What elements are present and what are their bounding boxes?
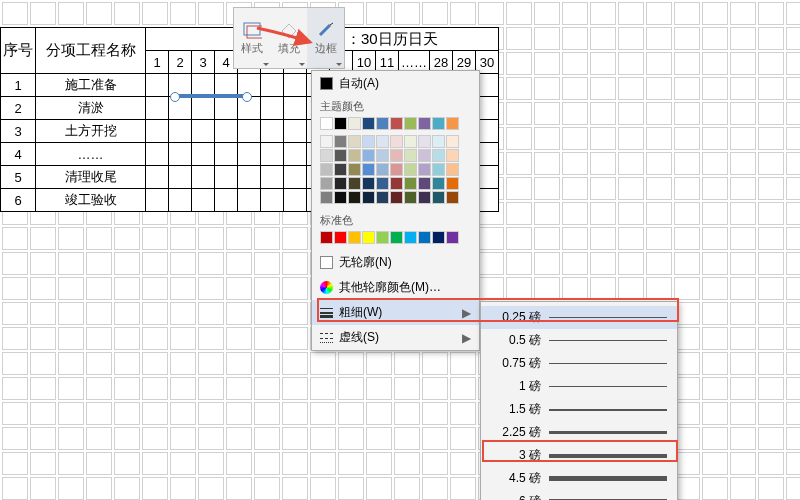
- color-swatch[interactable]: [446, 231, 459, 244]
- color-swatch[interactable]: [432, 191, 445, 204]
- cell[interactable]: [192, 97, 215, 120]
- weight-option[interactable]: 4.5 磅: [481, 467, 677, 490]
- color-swatch[interactable]: [390, 191, 403, 204]
- color-swatch[interactable]: [348, 149, 361, 162]
- color-swatch[interactable]: [320, 163, 333, 176]
- cell[interactable]: [215, 120, 238, 143]
- weight-option[interactable]: 0.75 磅: [481, 352, 677, 375]
- cell[interactable]: [192, 120, 215, 143]
- color-swatch[interactable]: [348, 231, 361, 244]
- cell[interactable]: [261, 143, 284, 166]
- cell[interactable]: [215, 189, 238, 212]
- color-swatch[interactable]: [376, 191, 389, 204]
- cell[interactable]: [284, 166, 307, 189]
- color-swatch[interactable]: [376, 135, 389, 148]
- cell[interactable]: [261, 74, 284, 97]
- weight-item[interactable]: 粗细(W) ▶: [312, 300, 479, 325]
- color-swatch[interactable]: [320, 149, 333, 162]
- color-swatch[interactable]: [418, 177, 431, 190]
- cell[interactable]: [169, 166, 192, 189]
- color-swatch[interactable]: [348, 191, 361, 204]
- cell[interactable]: [146, 143, 169, 166]
- color-swatch[interactable]: [446, 149, 459, 162]
- color-swatch[interactable]: [320, 231, 333, 244]
- cell[interactable]: [146, 166, 169, 189]
- cell[interactable]: [284, 120, 307, 143]
- color-swatch[interactable]: [404, 191, 417, 204]
- color-swatch[interactable]: [348, 163, 361, 176]
- color-swatch[interactable]: [362, 117, 375, 130]
- color-swatch[interactable]: [334, 149, 347, 162]
- color-swatch[interactable]: [418, 117, 431, 130]
- color-swatch[interactable]: [390, 149, 403, 162]
- color-swatch[interactable]: [390, 117, 403, 130]
- cell[interactable]: [261, 120, 284, 143]
- ribbon-border-button[interactable]: 边框: [307, 8, 344, 68]
- color-swatch[interactable]: [446, 177, 459, 190]
- color-swatch[interactable]: [390, 177, 403, 190]
- dash-item[interactable]: 虚线(S) ▶: [312, 325, 479, 350]
- color-swatch[interactable]: [390, 135, 403, 148]
- color-swatch[interactable]: [404, 163, 417, 176]
- cell[interactable]: [261, 166, 284, 189]
- color-swatch[interactable]: [334, 135, 347, 148]
- cell[interactable]: [215, 97, 238, 120]
- color-swatch[interactable]: [348, 177, 361, 190]
- color-swatch[interactable]: [376, 149, 389, 162]
- color-swatch[interactable]: [362, 149, 375, 162]
- cell[interactable]: [192, 143, 215, 166]
- color-swatch[interactable]: [446, 135, 459, 148]
- color-swatch[interactable]: [404, 231, 417, 244]
- ribbon-style-button[interactable]: 样式: [234, 8, 271, 68]
- color-swatch[interactable]: [404, 117, 417, 130]
- color-swatch[interactable]: [320, 117, 333, 130]
- cell[interactable]: [169, 143, 192, 166]
- more-colors-item[interactable]: 其他轮廓颜色(M)…: [312, 275, 479, 300]
- cell[interactable]: [284, 189, 307, 212]
- weight-option[interactable]: 3 磅: [481, 444, 677, 467]
- cell[interactable]: [215, 143, 238, 166]
- cell[interactable]: [192, 166, 215, 189]
- cell[interactable]: [261, 97, 284, 120]
- cell[interactable]: [146, 74, 169, 97]
- color-swatch[interactable]: [432, 163, 445, 176]
- color-swatch[interactable]: [404, 149, 417, 162]
- color-swatch[interactable]: [418, 191, 431, 204]
- color-swatch[interactable]: [362, 135, 375, 148]
- color-swatch[interactable]: [446, 163, 459, 176]
- color-swatch[interactable]: [334, 163, 347, 176]
- color-swatch[interactable]: [390, 163, 403, 176]
- cell[interactable]: [238, 143, 261, 166]
- color-swatch[interactable]: [390, 231, 403, 244]
- color-swatch[interactable]: [320, 135, 333, 148]
- color-swatch[interactable]: [320, 177, 333, 190]
- color-swatch[interactable]: [376, 177, 389, 190]
- color-swatch[interactable]: [348, 135, 361, 148]
- weight-option[interactable]: 0.25 磅: [481, 306, 677, 329]
- cell[interactable]: [169, 189, 192, 212]
- color-swatch[interactable]: [376, 231, 389, 244]
- cell[interactable]: [238, 120, 261, 143]
- color-swatch[interactable]: [362, 231, 375, 244]
- color-swatch[interactable]: [334, 231, 347, 244]
- weight-option[interactable]: 1 磅: [481, 375, 677, 398]
- cell[interactable]: [146, 120, 169, 143]
- weight-option[interactable]: 0.5 磅: [481, 329, 677, 352]
- color-swatch[interactable]: [418, 163, 431, 176]
- color-swatch[interactable]: [362, 191, 375, 204]
- color-swatch[interactable]: [334, 191, 347, 204]
- color-swatch[interactable]: [362, 177, 375, 190]
- color-swatch[interactable]: [320, 191, 333, 204]
- gantt-bar[interactable]: [174, 94, 248, 98]
- weight-option[interactable]: 1.5 磅: [481, 398, 677, 421]
- cell[interactable]: [261, 189, 284, 212]
- cell[interactable]: [238, 166, 261, 189]
- color-swatch[interactable]: [362, 163, 375, 176]
- color-swatch[interactable]: [446, 117, 459, 130]
- color-swatch[interactable]: [404, 135, 417, 148]
- color-swatch[interactable]: [432, 231, 445, 244]
- cell[interactable]: [146, 189, 169, 212]
- cell[interactable]: [284, 143, 307, 166]
- cell[interactable]: [284, 97, 307, 120]
- weight-option[interactable]: 2.25 磅: [481, 421, 677, 444]
